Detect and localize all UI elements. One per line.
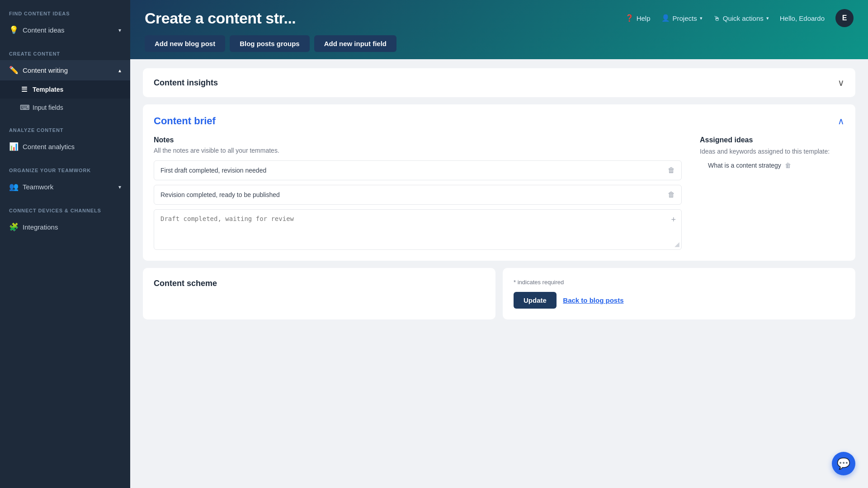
chevron-down-icon: ▾ [700, 15, 703, 21]
add-new-input-field-button[interactable]: Add new input field [314, 35, 396, 52]
integrations-icon: 🧩 [9, 222, 18, 232]
update-button[interactable]: Update [514, 292, 557, 309]
notes-title: Notes [154, 136, 682, 144]
assigned-ideas-description: Ideas and keywords assigned to this temp… [700, 147, 844, 156]
delete-icon[interactable]: 🗑 [668, 191, 675, 199]
greeting-text: Hello, Edoardo [780, 14, 825, 22]
note-text: First draft completed, revision needed [160, 167, 668, 174]
sidebar-section-label: Analyze Content [0, 117, 130, 136]
chat-button[interactable]: 💬 [832, 452, 855, 475]
content-area: Content insights ∨ Content brief ∧ Notes… [130, 59, 868, 488]
assigned-ideas-title: Assigned ideas [700, 136, 844, 144]
assigned-ideas-list: What is a content strategy 🗑 [700, 162, 844, 169]
chevron-down-icon[interactable]: ∨ [838, 77, 844, 88]
blog-posts-groups-button[interactable]: Blog posts groups [230, 35, 310, 52]
content-scheme-card: Content scheme [143, 268, 495, 319]
edit-icon: ✏️ [9, 66, 18, 75]
add-icon[interactable]: + [671, 215, 676, 225]
header-nav: ❓ Help 👤 Projects ▾ 🖱 Quick actions ▾ He… [625, 9, 854, 27]
help-icon: ❓ [625, 14, 634, 22]
chat-icon: 💬 [837, 457, 850, 470]
required-indicator: * indicates required [514, 279, 844, 286]
sidebar-item-templates[interactable]: ☰ Templates [0, 80, 130, 99]
header-actions: Add new blog post Blog posts groups Add … [145, 35, 854, 59]
content-brief-title: Content brief [154, 115, 216, 127]
sidebar-section-label: Connect Devices & Channels [0, 197, 130, 217]
bottom-row: Content scheme * indicates required Upda… [143, 268, 855, 319]
note-textarea[interactable] [160, 215, 675, 242]
user-avatar[interactable]: E [835, 9, 854, 27]
chevron-up-icon: ▴ [118, 67, 121, 74]
sidebar-item-content-ideas[interactable]: 💡 Content ideas ▾ [0, 20, 130, 40]
idea-text: What is a content strategy [708, 162, 781, 169]
cursor-icon: 🖱 [713, 14, 720, 22]
sidebar: Find Content Ideas 💡 Content ideas ▾ Cre… [0, 0, 130, 488]
delete-icon[interactable]: 🗑 [785, 162, 791, 169]
sidebar-item-content-analytics[interactable]: 📊 Content analytics [0, 136, 130, 157]
sidebar-section-analyze-content: Analyze Content 📊 Content analytics [0, 117, 130, 157]
note-item: First draft completed, revision needed 🗑 [154, 160, 682, 180]
chevron-down-icon: ▾ [118, 27, 121, 33]
chevron-up-icon[interactable]: ∧ [838, 116, 844, 127]
sidebar-item-teamwork[interactable]: 👥 Teamwork ▾ [0, 177, 130, 197]
note-item: Revision completed, ready to be publishe… [154, 185, 682, 205]
content-scheme-title: Content scheme [154, 279, 485, 288]
content-brief-card: Content brief ∧ Notes All the notes are … [143, 104, 855, 261]
keyboard-icon: ⌨ [20, 103, 28, 112]
required-card: * indicates required Update Back to blog… [503, 268, 855, 319]
sidebar-item-content-writing[interactable]: ✏️ Content writing ▴ [0, 60, 130, 80]
header-top: Create a content str... ❓ Help 👤 Project… [145, 9, 854, 27]
lightbulb-icon: 💡 [9, 25, 18, 35]
delete-icon[interactable]: 🗑 [668, 166, 675, 174]
sidebar-item-integrations[interactable]: 🧩 Integrations [0, 217, 130, 237]
note-text: Revision completed, ready to be publishe… [160, 191, 668, 198]
notes-section: Notes All the notes are visible to all y… [154, 136, 682, 250]
help-nav-item[interactable]: ❓ Help [625, 14, 651, 22]
analytics-icon: 📊 [9, 142, 18, 151]
page-title: Create a content str... [145, 9, 296, 27]
back-to-blog-posts-button[interactable]: Back to blog posts [563, 296, 623, 304]
add-new-blog-post-button[interactable]: Add new blog post [145, 35, 225, 52]
sidebar-section-find-content-ideas: Find Content Ideas 💡 Content ideas ▾ [0, 0, 130, 40]
sidebar-item-input-fields[interactable]: ⌨ Input fields [0, 99, 130, 117]
content-brief-header: Content brief ∧ [154, 115, 844, 127]
chevron-down-icon: ▾ [766, 15, 769, 21]
sidebar-section-label: Find Content Ideas [0, 0, 130, 20]
list-icon: ☰ [20, 85, 28, 94]
chevron-down-icon: ▾ [118, 184, 121, 190]
sidebar-section-organize-teamwork: Organize Your Teamwork 👥 Teamwork ▾ [0, 157, 130, 197]
content-brief-body: Notes All the notes are visible to all y… [154, 136, 844, 250]
content-insights-header[interactable]: Content insights ∨ [143, 68, 855, 97]
projects-nav-item[interactable]: 👤 Projects ▾ [661, 14, 703, 22]
note-textarea-wrap: + ◢ [154, 209, 682, 250]
projects-icon: 👤 [661, 14, 670, 22]
notes-subtitle: All the notes are visible to all your te… [154, 147, 682, 154]
content-insights-card: Content insights ∨ [143, 68, 855, 97]
quick-actions-nav-item[interactable]: 🖱 Quick actions ▾ [713, 14, 769, 22]
resize-handle: ◢ [675, 240, 679, 248]
assigned-ideas-section: Assigned ideas Ideas and keywords assign… [700, 136, 844, 250]
content-insights-title: Content insights [154, 78, 218, 88]
teamwork-icon: 👥 [9, 182, 18, 192]
sidebar-section-create-content: Create Content ✏️ Content writing ▴ ☰ Te… [0, 40, 130, 117]
sidebar-section-label: Organize Your Teamwork [0, 157, 130, 177]
main-area: Create a content str... ❓ Help 👤 Project… [130, 0, 868, 488]
sidebar-section-connect-devices: Connect Devices & Channels 🧩 Integration… [0, 197, 130, 237]
sidebar-section-label: Create Content [0, 40, 130, 60]
list-item: What is a content strategy 🗑 [708, 162, 844, 169]
header: Create a content str... ❓ Help 👤 Project… [130, 0, 868, 59]
